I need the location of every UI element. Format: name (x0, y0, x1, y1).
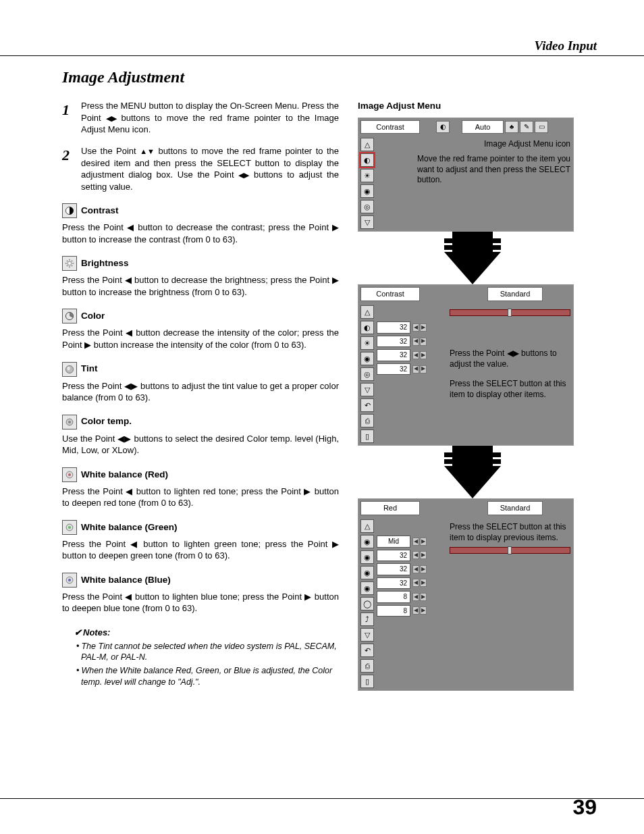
item-text: Press the Point ◀ button to decrease the… (62, 221, 339, 245)
item-title: White balance (Blue) (81, 574, 171, 586)
item-text: Press the Point ◀ button decrease the in… (62, 327, 339, 350)
quit-icon: ▯ (360, 675, 374, 688)
color-temp-icon (62, 415, 77, 429)
left-column: 1 Press the MENU button to display the O… (62, 100, 339, 696)
svg-point-20 (68, 579, 71, 581)
callout-text: Press the SELECT button at this item to … (450, 522, 570, 543)
color-icon (62, 309, 77, 323)
reset-icon: ↶ (360, 398, 374, 412)
menu-panel-1: Contrast ◐ Auto ♣ ✎ ▭ △ ◐ ☀ ◉ ◎ (358, 118, 574, 232)
contrast-icon: ◐ (360, 321, 374, 334)
tint-icon (62, 362, 77, 377)
callout-text: Image Adjust Menu icon (377, 139, 570, 150)
notes-heading: Notes: (74, 627, 339, 639)
step-number: 1 (62, 100, 74, 136)
lr-arrows-icon: ◀▶ (412, 565, 427, 573)
lr-arrows-icon: ◀▶ (412, 538, 427, 546)
svg-point-12 (68, 366, 70, 370)
menu-label: Contrast (360, 120, 420, 134)
callout-text: Press the Point ◀▶ buttons to adjust the… (450, 348, 570, 369)
item-text: Press the Point ◀ button to lighten red … (62, 486, 339, 509)
store-icon: ⎙ (360, 659, 374, 673)
item-text: Press the Point ◀ button to lighten gree… (62, 538, 339, 562)
item-text: Press the Point ◀ button to lighten blue… (62, 591, 339, 615)
callout-text: Move the red frame pointer to the item y… (417, 154, 570, 186)
down-arrow-icon: ▽ (360, 215, 374, 229)
left-right-arrow-icon: ◀▶ (238, 170, 249, 180)
brightness-icon: ☀ (360, 169, 374, 182)
value: 32 (377, 363, 410, 375)
svg-line-6 (67, 261, 68, 261)
brightness-icon (62, 256, 77, 271)
toolbar-icon: ✎ (520, 121, 533, 133)
step-number: 2 (62, 145, 74, 192)
step-text: Press the MENU button to display the On-… (81, 100, 339, 136)
slider (450, 309, 570, 316)
slider (450, 547, 570, 554)
item-title: White balance (Green) (81, 521, 178, 533)
tint-icon: ◎ (360, 367, 374, 381)
up-arrow-icon: △ (360, 519, 374, 533)
menu-heading: Image Adjust Menu (358, 100, 587, 112)
value: Mid (377, 536, 410, 548)
item-title: Color (81, 310, 105, 322)
callout-text: Press the SELECT button at this item to … (450, 379, 570, 400)
top-rule (0, 55, 644, 56)
color-icon: ◉ (360, 352, 374, 365)
page-header: Video Input (535, 37, 597, 55)
down-arrow-icon: ▽ (360, 383, 374, 396)
value: 32 (377, 336, 410, 348)
note-item: The Tint cannot be selected when the vid… (74, 641, 339, 664)
svg-line-8 (67, 265, 68, 266)
wb-blue-icon (62, 573, 77, 588)
item-title: Contrast (81, 205, 119, 217)
svg-point-14 (68, 420, 71, 423)
down-arrow-icon (444, 252, 501, 284)
menu-label: Contrast (360, 287, 420, 301)
color-icon: ◉ (360, 184, 374, 198)
up-arrow-icon: △ (360, 305, 374, 319)
svg-point-16 (68, 473, 71, 476)
toolbar-icon: ♣ (505, 121, 518, 133)
menu-panel-3: Red Standard △ ◉ ◉ ◉ ◉ ◯ ⤴ ▽ ↶ (358, 498, 574, 691)
lr-arrows-icon: ◀▶ (412, 351, 427, 359)
menu-panel-2: Contrast Standard △ ◐ ☀ ◉ ◎ ▽ ↶ ⎙ (358, 284, 574, 446)
value: 8 (377, 605, 410, 617)
contrast-icon: ◐ (360, 153, 374, 167)
image-adjust-menu-icon: ◐ (436, 121, 450, 133)
up-down-arrow-icon: ▲▼ (140, 147, 155, 157)
wb-green-icon: ◉ (360, 566, 374, 579)
svg-line-9 (72, 261, 72, 261)
lr-arrows-icon: ◀▶ (412, 593, 427, 601)
content-area: Image Adjustment 1 Press the MENU button… (62, 66, 595, 696)
menu-label: Red (360, 501, 420, 515)
gamma-icon: ⤴ (360, 613, 374, 626)
page-number: 39 (572, 793, 597, 822)
lr-arrows-icon: ◀▶ (412, 579, 427, 587)
step-text: Use the Point ▲▼ buttons to move the red… (81, 145, 339, 192)
svg-line-7 (72, 265, 72, 266)
store-icon: ⎙ (360, 414, 374, 427)
wb-red-icon: ◉ (360, 550, 374, 564)
up-arrow-icon: △ (360, 138, 374, 151)
wb-red-icon (62, 467, 77, 482)
toolbar-icon: ▭ (535, 121, 548, 133)
lr-arrows-icon: ◀▶ (412, 323, 427, 332)
item-title: Color temp. (81, 415, 132, 427)
page-title: Image Adjustment (62, 66, 595, 88)
tint-icon: ◎ (360, 200, 374, 213)
item-title: White balance (Red) (81, 469, 168, 481)
sharpness-icon: ◯ (360, 597, 374, 610)
right-column: Image Adjust Menu Contrast ◐ Auto ♣ ✎ ▭ … (358, 100, 587, 696)
value: 8 (377, 591, 410, 603)
svg-point-18 (68, 526, 71, 529)
lr-arrows-icon: ◀▶ (412, 551, 427, 559)
brightness-icon: ☀ (360, 336, 374, 350)
lr-arrows-icon: ◀▶ (412, 365, 427, 373)
down-arrow-icon (444, 466, 501, 498)
item-text: Press the Point ◀ button to decrease the… (62, 274, 339, 298)
mode-label: Standard (487, 287, 543, 301)
reset-icon: ↶ (360, 644, 374, 657)
lr-arrows-icon: ◀▶ (412, 606, 427, 615)
value: 32 (377, 349, 410, 361)
